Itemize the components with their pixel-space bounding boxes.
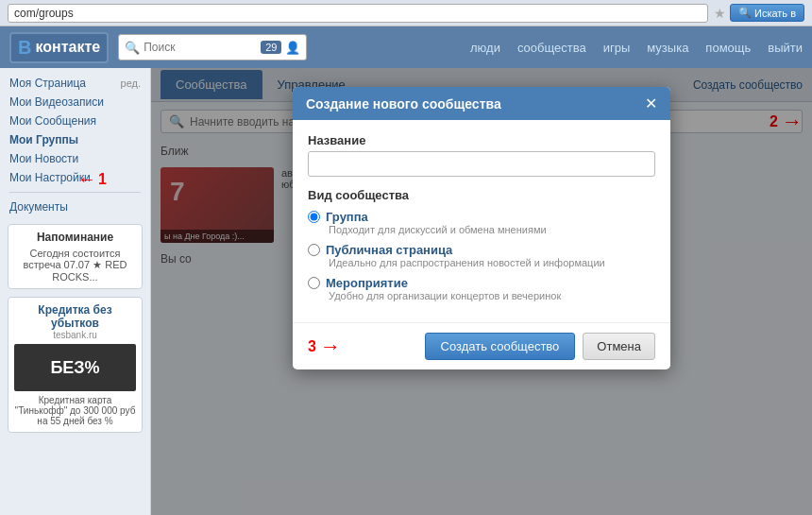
type-public-label: Публичная страница [326, 243, 452, 257]
type-event-desc: Удобно для организации концертов и вечер… [329, 290, 655, 301]
vk-logo[interactable]: В контакте [9, 32, 109, 63]
main-layout: Моя Страница ред. Мои Видеозаписи Мои Со… [0, 68, 812, 515]
type-public-radio[interactable] [308, 244, 320, 256]
sidebar-divider-1 [9, 192, 141, 193]
search-icon: 🔍 [738, 7, 752, 19]
nav-games[interactable]: игры [603, 41, 631, 55]
sidebar-item-news[interactable]: Мои Новости [0, 149, 150, 168]
modal-cancel-button[interactable]: Отмена [583, 333, 655, 360]
ad-widget[interactable]: Кредитка без убытков tesbank.ru БЕЗ% Кре… [8, 297, 143, 433]
modal-create-button[interactable]: Создать сообщество [425, 333, 576, 360]
modal-overlay: Создание нового сообщества ✕ Название Ви… [151, 68, 812, 515]
search-count-badge: 29 [261, 41, 281, 54]
vk-search-input[interactable] [144, 41, 257, 54]
annotation-number-3: 3 [308, 338, 316, 355]
ad-title: Кредитка без убытков [14, 303, 136, 330]
sidebar-edit-link[interactable]: ред. [121, 77, 141, 89]
vk-header: В контакте 🔍 29 👤 люди сообщества игры м… [0, 26, 812, 68]
reminder-text: Сегодня состоится встреча 07.07 ★ RED RO… [14, 248, 136, 283]
vk-search-box[interactable]: 🔍 29 👤 [118, 34, 307, 60]
url-bar[interactable]: com/groups [8, 4, 708, 23]
modal-close-button[interactable]: ✕ [645, 94, 657, 112]
type-group-label: Группа [326, 210, 368, 224]
type-public-option[interactable]: Публичная страница Идеально для распрост… [308, 243, 655, 268]
type-event-option[interactable]: Мероприятие Удобно для организации конце… [308, 276, 655, 301]
browser-actions: ★ 🔍 Искать в [714, 4, 804, 22]
browser-bar: com/groups ★ 🔍 Искать в [0, 0, 812, 26]
search-magnifier-icon: 🔍 [125, 41, 140, 55]
sidebar-item-messages[interactable]: Мои Сообщения [0, 112, 150, 130]
modal-body: Название Вид сообщества Группа Подхо [293, 120, 670, 322]
star-icon[interactable]: ★ [714, 6, 726, 21]
search-label: Искать в [754, 8, 796, 19]
ad-image: БЕЗ% [14, 344, 136, 391]
type-group-desc: Подходит для дискуссий и обмена мнениями [329, 224, 655, 235]
name-label: Название [308, 133, 655, 147]
ad-sub: tesbank.ru [14, 330, 136, 340]
nav-people[interactable]: люди [470, 41, 500, 55]
modal-header: Создание нового сообщества ✕ [293, 87, 670, 120]
user-icon: 👤 [285, 41, 300, 55]
type-section: Вид сообщества Группа Подходит для диску… [308, 188, 655, 301]
ad-badge-text: БЕЗ% [50, 358, 99, 378]
create-community-modal: Создание нового сообщества ✕ Название Ви… [293, 87, 670, 369]
name-field-group: Название [308, 133, 655, 177]
nav-logout[interactable]: выйти [768, 41, 803, 55]
name-input[interactable] [308, 151, 655, 177]
type-public-desc: Идеально для распространения новостей и … [329, 257, 655, 268]
sidebar: Моя Страница ред. Мои Видеозаписи Мои Со… [0, 68, 151, 515]
annotation-arrow-right-3: → [320, 335, 341, 359]
sidebar-item-groups[interactable]: Мои Группы [0, 130, 150, 149]
sidebar-documents-label: Документы [9, 200, 68, 214]
nav-music[interactable]: музыка [647, 41, 688, 55]
reminder-title: Напоминание [14, 231, 136, 244]
type-group-radio[interactable] [308, 211, 320, 223]
sidebar-videos-label: Мои Видеозаписи [9, 95, 104, 109]
nav-communities[interactable]: сообщества [517, 41, 586, 55]
type-label: Вид сообщества [308, 188, 655, 202]
sidebar-item-documents[interactable]: Документы [0, 197, 150, 216]
content-area: Сообщества Управление Создать сообщество… [151, 68, 812, 515]
ad-desc: Кредитная карта "Тинькофф" до 300 000 ру… [14, 395, 136, 426]
sidebar-messages-label: Мои Сообщения [9, 114, 96, 128]
modal-title: Создание нового сообщества [306, 96, 501, 112]
nav-help[interactable]: помощь [705, 41, 751, 55]
vk-nav: люди сообщества игры музыка помощь выйти [335, 41, 803, 55]
sidebar-my-page-label: Моя Страница [9, 77, 86, 90]
sidebar-my-page[interactable]: Моя Страница ред. [0, 74, 150, 93]
type-event-radio[interactable] [308, 277, 320, 289]
reminder-widget: Напоминание Сегодня состоится встреча 07… [8, 224, 143, 289]
sidebar-groups-label: Мои Группы [9, 133, 78, 146]
type-event-label: Мероприятие [326, 276, 408, 290]
sidebar-item-settings[interactable]: Мои Настройки [0, 168, 150, 187]
sidebar-settings-label: Мои Настройки [9, 171, 91, 184]
type-group-option[interactable]: Группа Подходит для дискуссий и обмена м… [308, 210, 655, 235]
vk-logo-text: контакте [35, 39, 100, 56]
sidebar-news-label: Мои Новости [9, 152, 78, 165]
modal-footer: 3 → Создать сообщество Отмена [293, 322, 670, 369]
vk-logo-b: В [18, 37, 31, 59]
search-button[interactable]: 🔍 Искать в [730, 4, 804, 22]
sidebar-item-videos[interactable]: Мои Видеозаписи [0, 93, 150, 112]
